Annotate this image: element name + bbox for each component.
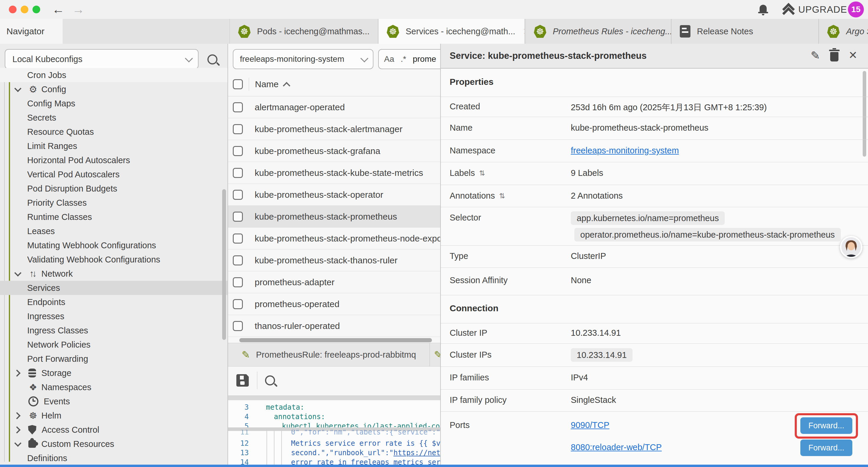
sidebar-item[interactable]: Definitions — [0, 451, 228, 465]
expand-updown-icon[interactable]: ⇅ — [479, 169, 485, 177]
back-arrow-button[interactable]: ← — [52, 1, 64, 18]
namespace-link[interactable]: freeleaps-monitoring-system — [571, 146, 679, 155]
sidebar-item[interactable]: Access Control — [0, 423, 228, 437]
expand-chevron-icon[interactable] — [13, 184, 23, 193]
expand-chevron-icon[interactable] — [13, 156, 23, 165]
expand-chevron-icon[interactable] — [13, 241, 23, 250]
service-row[interactable]: alertmanager-operated — [228, 96, 441, 118]
yaml-editor[interactable]: 3metadata: 4annotations: 5kubectl.kubern… — [228, 400, 441, 465]
sidebar-item[interactable]: Resource Quotas — [0, 125, 228, 139]
row-checkbox[interactable] — [233, 102, 243, 112]
service-row[interactable]: kube-prometheus-stack-alertmanager — [228, 118, 441, 140]
row-checkbox[interactable] — [233, 146, 243, 156]
sidebar-item[interactable]: Network Policies — [0, 338, 228, 352]
kubeconfig-select[interactable]: Local Kubeconfigs — [5, 49, 198, 69]
sidebar-item[interactable]: Ingresses — [0, 309, 228, 323]
sidebar-item[interactable]: Events — [0, 394, 228, 408]
expand-chevron-icon[interactable] — [13, 369, 23, 377]
upgrade-chevrons-icon[interactable] — [782, 4, 794, 15]
service-row[interactable]: kube-prometheus-stack-operator — [228, 184, 441, 206]
sidebar-item[interactable]: Storage — [0, 366, 228, 380]
expand-chevron-icon[interactable] — [13, 269, 23, 278]
expand-chevron-icon[interactable] — [13, 298, 23, 307]
sidebar-item[interactable]: Config Maps — [0, 96, 228, 111]
service-row[interactable]: prometheus-adapter — [228, 271, 441, 293]
sidebar-item[interactable]: Secrets — [0, 111, 228, 125]
sidebar-item[interactable]: Limit Ranges — [0, 139, 228, 153]
sort-ascending-icon[interactable] — [283, 82, 290, 89]
sidebar-item[interactable]: Endpoints — [0, 295, 228, 309]
sidebar-item[interactable]: Cron Jobs — [0, 68, 228, 82]
row-checkbox[interactable] — [233, 321, 243, 331]
port-forward-link[interactable]: 8080:reloader-web/TCP — [571, 442, 662, 452]
save-icon[interactable] — [236, 374, 249, 387]
expand-chevron-icon[interactable] — [13, 326, 23, 335]
close-icon[interactable]: ✕ — [848, 49, 857, 61]
expand-chevron-icon[interactable] — [13, 227, 23, 236]
expand-chevron-icon[interactable] — [13, 383, 23, 391]
service-row[interactable]: kube-prometheus-stack-thanos-ruler — [228, 250, 441, 271]
notifications-bell-icon[interactable] — [758, 4, 768, 15]
namespace-select[interactable]: freeleaps-monitoring-system — [233, 49, 373, 69]
expand-chevron-icon[interactable] — [13, 397, 23, 406]
expand-chevron-icon[interactable] — [13, 354, 23, 363]
row-checkbox[interactable] — [233, 168, 243, 178]
service-row[interactable]: kube-prometheus-stack-prometheus-node-ex… — [228, 228, 441, 250]
sidebar-item[interactable]: ↑↓ Network — [0, 267, 228, 281]
row-checkbox[interactable] — [233, 299, 243, 309]
row-checkbox[interactable] — [233, 124, 243, 134]
sidebar-item[interactable]: Port Forwarding — [0, 352, 228, 366]
sidebar-item[interactable]: ☸ Helm — [0, 408, 228, 423]
app-tab[interactable]: ☸ Argo Serv — [819, 19, 868, 44]
sidebar-item[interactable]: Ingress Classes — [0, 323, 228, 338]
sidebar-item[interactable]: ❖ Namespaces — [0, 380, 228, 394]
expand-chevron-icon[interactable] — [13, 425, 23, 434]
sidebar-item[interactable]: Pod Disruption Budgets — [0, 181, 228, 196]
tab-close-icon[interactable]: ✕ — [523, 26, 525, 37]
expand-chevron-icon[interactable] — [13, 312, 23, 321]
sidebar-search-icon[interactable] — [208, 54, 217, 64]
editor-search-icon[interactable] — [265, 375, 275, 385]
expand-chevron-icon[interactable] — [13, 142, 23, 150]
user-avatar[interactable] — [840, 236, 862, 258]
service-row[interactable]: kube-prometheus-stack-prometheus — [228, 206, 441, 228]
expand-updown-icon[interactable]: ⇅ — [499, 192, 505, 200]
forward-button[interactable]: Forward... — [800, 439, 852, 456]
match-case-toggle[interactable]: Aa — [384, 54, 394, 64]
row-checkbox[interactable] — [233, 277, 243, 287]
expand-chevron-icon[interactable] — [13, 411, 23, 420]
app-tab[interactable]: ☸ Prometheus Rules - icecheng... — [525, 19, 671, 44]
forward-arrow-button[interactable]: → — [72, 1, 85, 18]
edit-pencil-icon[interactable]: ✎ — [811, 49, 820, 62]
service-row[interactable]: kube-prometheus-stack-grafana — [228, 140, 441, 162]
select-all-checkbox[interactable] — [233, 79, 243, 89]
sidebar-item[interactable]: Custom Resources — [0, 437, 228, 451]
sidebar-item[interactable]: Runtime Classes — [0, 210, 228, 224]
expand-chevron-icon[interactable] — [13, 85, 23, 94]
expand-chevron-icon[interactable] — [13, 454, 23, 463]
app-tab[interactable]: Release Notes — [671, 19, 819, 44]
expand-chevron-icon[interactable] — [13, 170, 23, 179]
editor-tab-partial[interactable]: ✎ — [430, 343, 441, 366]
app-tab[interactable]: ☸ Services - icecheng@math... ✕ — [378, 19, 525, 44]
expand-chevron-icon[interactable] — [13, 71, 23, 80]
app-tab[interactable]: ☸ Pods - icecheng@mathmas... — [229, 19, 378, 44]
macos-zoom-button[interactable] — [32, 6, 40, 13]
prometheusrule-editor-tab[interactable]: ✎ PrometheusRule: freeleaps-prod-rabbitm… — [232, 343, 430, 366]
row-checkbox[interactable] — [233, 255, 243, 265]
expand-chevron-icon[interactable] — [13, 113, 23, 122]
row-checkbox[interactable] — [233, 233, 243, 243]
detail-scrollbar-thumb[interactable] — [863, 71, 866, 157]
row-checkbox[interactable] — [233, 212, 243, 222]
sidebar-item[interactable]: Validating Webhook Configurations — [0, 253, 228, 267]
service-row[interactable]: prometheus-operated — [228, 293, 441, 315]
regex-toggle[interactable]: .* — [401, 54, 406, 64]
sidebar-item[interactable]: Leases — [0, 224, 228, 238]
delete-trash-icon[interactable] — [830, 52, 838, 61]
sidebar-item[interactable]: Priority Classes — [0, 196, 228, 210]
filter-input[interactable]: Aa .* prome — [378, 49, 441, 69]
horizontal-scrollbar-thumb[interactable] — [239, 338, 432, 342]
port-forward-link[interactable]: 9090/TCP — [571, 420, 610, 430]
sidebar-item[interactable]: Horizontal Pod Autoscalers — [0, 153, 228, 167]
notification-count-badge[interactable]: 15 — [848, 1, 864, 18]
